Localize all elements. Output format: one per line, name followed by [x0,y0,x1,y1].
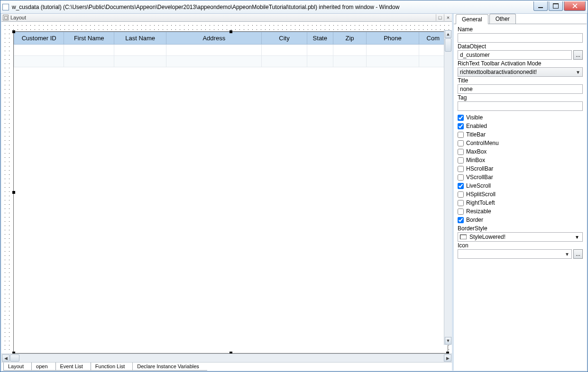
view-tab[interactable]: Declare Instance Variables [132,363,207,371]
checkbox-controlmenu[interactable]: ControlMenu [458,139,583,147]
view-tab[interactable]: Function List [91,363,133,371]
checkbox-label: HSplitScroll [466,191,496,198]
checkbox-input[interactable] [458,200,464,206]
dataobject-input[interactable] [458,50,572,60]
checkbox-visible[interactable]: Visible [458,113,583,122]
checkbox-input[interactable] [458,149,464,155]
rtmode-combo[interactable]: richtexttoolbaractivationonedit! ▼ [458,67,583,77]
checkbox-input[interactable] [458,157,464,163]
view-tab[interactable]: open [31,363,55,371]
design-pane: Layout □ × [1,14,454,371]
checkbox-righttoleft[interactable]: RightToLeft [458,199,583,207]
checkbox-label: MinBox [466,157,485,163]
checkbox-livescroll[interactable]: LiveScroll [458,181,583,190]
column-header[interactable]: Customer ID [14,32,64,45]
checkbox-label: HScrollBar [466,165,493,172]
checkbox-input[interactable] [458,132,464,138]
column-header[interactable]: Last Name [114,32,166,45]
table-row[interactable] [14,45,448,56]
scroll-thumb[interactable] [445,38,451,52]
checkbox-titlebar[interactable]: TitleBar [458,130,583,139]
scroll-right-button[interactable]: ▶ [444,354,451,362]
app-window: w_cusdata (tutorial) (C:\Users\Public\Do… [0,0,588,372]
checkbox-input[interactable] [458,191,464,198]
column-header[interactable]: Zip [333,32,366,45]
tab-other[interactable]: Other [489,14,516,24]
layout-maximize-button[interactable]: □ [436,14,444,21]
datawindow-control[interactable]: Customer IDFirst NameLast NameAddressCit… [13,31,448,354]
layout-panel-title: Layout [10,15,26,20]
properties-panel: General Other Name DataObject ... [454,14,587,371]
checkbox-label: MaxBox [466,148,487,155]
name-input[interactable] [458,33,583,43]
icon-combo[interactable]: ▼ [458,249,572,259]
resize-handle[interactable] [230,30,232,33]
checkbox-border[interactable]: Border [458,216,583,224]
checkbox-label: RightToLeft [466,200,495,206]
icon-browse-button[interactable]: ... [573,249,583,259]
checkbox-maxbox[interactable]: MaxBox [458,147,583,156]
layout-close-button[interactable]: × [444,14,452,21]
checkbox-label: LiveScroll [466,182,491,189]
checkbox-enabled[interactable]: Enabled [458,122,583,130]
borderstyle-combo[interactable]: StyleLowered! ▼ [458,232,583,242]
scroll-left-button[interactable]: ◀ [2,354,9,362]
datawindow-grid: Customer IDFirst NameLast NameAddressCit… [14,32,448,67]
hscroll-thumb[interactable] [10,354,19,362]
border-preview-icon [460,235,467,239]
rtmode-label: RichText Toolbar Activation Mode [458,60,583,67]
maximize-button[interactable] [549,1,563,11]
column-header[interactable]: Phone [367,32,419,45]
scroll-down-button[interactable]: ▼ [445,337,451,345]
checkbox-label: VScrollBar [466,174,493,181]
checkbox-label: Border [466,217,483,223]
column-header[interactable]: First Name [64,32,114,45]
hscroll-track[interactable] [20,354,443,362]
view-tabs: LayoutopenEvent ListFunction ListDeclare… [1,362,452,371]
column-header[interactable]: Address [166,32,262,45]
scroll-up-button[interactable]: ▲ [445,30,451,38]
properties-body: Name DataObject ... RichText Toolbar Act… [454,24,587,371]
checkbox-input[interactable] [458,209,464,215]
design-canvas[interactable]: Customer IDFirst NameLast NameAddressCit… [1,22,452,354]
checkbox-input[interactable] [458,217,464,223]
checkbox-hscrollbar[interactable]: HScrollBar [458,164,583,173]
tag-input[interactable] [458,101,583,111]
checkbox-input[interactable] [458,140,464,146]
properties-tabs: General Other [454,14,587,24]
minimize-button[interactable] [533,1,548,11]
titlebar[interactable]: w_cusdata (tutorial) (C:\Users\Public\Do… [0,0,588,14]
checkbox-label: ControlMenu [466,140,499,146]
column-header[interactable]: Com [419,32,447,45]
checkbox-input[interactable] [458,123,464,129]
checkbox-input[interactable] [458,183,464,189]
checkbox-vscrollbar[interactable]: VScrollBar [458,173,583,181]
resize-handle[interactable] [12,30,15,33]
chevron-down-icon: ▼ [575,235,579,240]
resize-handle[interactable] [12,191,15,194]
view-tab[interactable]: Event List [55,363,91,371]
checkbox-label: Visible [466,114,483,121]
horizontal-scrollbar[interactable]: ◀ ▶ [1,354,452,362]
dataobject-browse-button[interactable]: ... [573,50,583,60]
view-tab[interactable]: Layout [3,363,32,371]
window-title: w_cusdata (tutorial) (C:\Users\Public\Do… [12,4,533,10]
rtmode-value: richtexttoolbaractivationonedit! [460,69,537,75]
layout-panel-header[interactable]: Layout □ × [1,14,452,22]
tab-general[interactable]: General [456,14,488,24]
borderstyle-label: BorderStyle [458,225,583,232]
column-header[interactable]: City [262,32,307,45]
checkbox-input[interactable] [458,166,464,172]
title-input[interactable] [458,84,583,94]
close-button[interactable] [564,1,586,11]
table-row[interactable] [14,56,448,67]
window-icon [2,4,9,10]
checkbox-minbox[interactable]: MinBox [458,156,583,164]
tag-label: Tag [458,94,583,101]
checkbox-resizable[interactable]: Resizable [458,207,583,216]
checkbox-input[interactable] [458,174,464,181]
checkbox-input[interactable] [458,115,464,121]
vertical-scrollbar[interactable]: ▲ ▼ [444,30,452,345]
column-header[interactable]: State [307,32,333,45]
checkbox-hsplitscroll[interactable]: HSplitScroll [458,190,583,199]
